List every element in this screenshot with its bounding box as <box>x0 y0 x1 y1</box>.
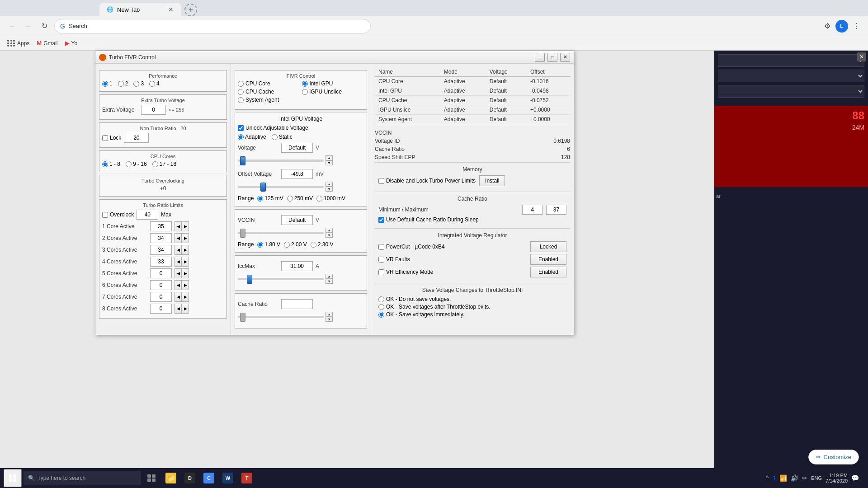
ratio-left-7[interactable]: ◀ <box>175 304 182 314</box>
ratio-right-0[interactable]: ▶ <box>182 221 189 231</box>
use-default-cache-input[interactable] <box>378 217 384 223</box>
powercut-input[interactable] <box>378 244 384 250</box>
extra-voltage-input[interactable] <box>141 105 166 115</box>
ratio-right-3[interactable]: ▶ <box>182 257 189 267</box>
offset-slider-thumb[interactable] <box>260 183 266 192</box>
vccin-arrow-down[interactable]: ▼ <box>326 233 333 238</box>
save-after[interactable]: OK - Save voltages after ThrottleStop ex… <box>378 304 566 310</box>
overlay-close-btn[interactable]: ✕ <box>857 52 866 61</box>
cores-radio-17-18[interactable]: 17 - 18 <box>152 161 176 167</box>
static-radio[interactable]: Static <box>272 134 292 140</box>
taskbar-app-d[interactable]: D <box>181 469 199 487</box>
vccin-arrow-up[interactable]: ▲ <box>326 228 333 233</box>
fivr-radio-cpu-cache[interactable]: CPU Cache <box>238 89 300 95</box>
disable-lock-checkbox[interactable]: Disable and Lock Turbo Power Limits <box>378 178 476 184</box>
non-turbo-input[interactable] <box>124 133 149 143</box>
disable-lock-input[interactable] <box>378 178 384 184</box>
range-250mv[interactable]: 250 mV <box>287 195 313 202</box>
tray-pen-icon[interactable]: ✏ <box>802 474 807 482</box>
bg-dropdown-2[interactable] <box>718 70 864 82</box>
taskbar-app-chrome[interactable]: C <box>200 469 218 487</box>
vr-faults-label[interactable]: VR Faults <box>378 256 527 263</box>
ratio-input-1[interactable] <box>150 233 172 243</box>
tray-network-icon[interactable]: 📶 <box>779 474 787 482</box>
ratio-right-1[interactable]: ▶ <box>182 233 189 243</box>
cache-max-input[interactable] <box>546 205 566 215</box>
maximize-btn[interactable]: □ <box>547 53 557 62</box>
cache-ratio-arrow-up[interactable]: ▲ <box>326 312 333 317</box>
offset-arrow-up[interactable]: ▲ <box>326 182 333 187</box>
lock-checkbox[interactable]: Lock <box>102 135 121 141</box>
back-btn[interactable]: ← <box>5 20 18 33</box>
voltage-arrow-down[interactable]: ▼ <box>326 160 333 165</box>
overclock-checkbox[interactable]: Overclock <box>102 211 134 218</box>
unlock-adjustable-checkbox[interactable]: Unlock Adjustable Voltage <box>238 125 364 131</box>
iccmax-arrow-up[interactable]: ▲ <box>326 274 333 279</box>
vccin-input[interactable] <box>281 215 313 225</box>
ratio-input-4[interactable] <box>150 268 172 278</box>
fivr-radio-intel-gpu[interactable]: Intel GPU <box>302 80 364 87</box>
table-row[interactable]: Intel GPU Adaptive Default -0.0498 <box>375 86 570 96</box>
vr-efficiency-input[interactable] <box>378 269 384 275</box>
ratio-left-3[interactable]: ◀ <box>175 257 182 267</box>
new-tab-btn[interactable]: + <box>184 4 197 16</box>
ratio-input-7[interactable] <box>150 304 172 314</box>
ratio-right-6[interactable]: ▶ <box>182 292 189 302</box>
ratio-left-0[interactable]: ◀ <box>175 221 182 231</box>
table-row[interactable]: System Agent Adaptive Default +0.0000 <box>375 115 570 124</box>
vccin-range-1-80[interactable]: 1.80 V <box>257 241 280 248</box>
extensions-btn[interactable]: ⚙ <box>821 20 834 33</box>
iccmax-input[interactable] <box>281 261 313 271</box>
ratio-left-1[interactable]: ◀ <box>175 233 182 243</box>
ratio-input-0[interactable] <box>150 221 172 231</box>
minimize-btn[interactable]: — <box>535 53 545 62</box>
taskbar-app-5[interactable]: W <box>219 469 237 487</box>
range-1000mv[interactable]: 1000 mV <box>316 195 345 202</box>
powercut-btn[interactable]: Locked <box>530 241 566 252</box>
voltage-input[interactable] <box>281 143 313 153</box>
address-bar[interactable]: G Search <box>54 19 371 33</box>
adaptive-radio[interactable]: Adaptive <box>238 134 266 140</box>
cores-radio-9-16[interactable]: 9 - 16 <box>126 161 147 167</box>
bg-dropdown-1[interactable] <box>718 54 864 67</box>
tray-volume-icon[interactable]: 🔊 <box>791 474 798 482</box>
taskbar-search[interactable]: 🔍 Type here to search <box>24 471 141 485</box>
vr-efficiency-btn[interactable]: Enabled <box>530 267 566 277</box>
ratio-left-6[interactable]: ◀ <box>175 292 182 302</box>
offset-voltage-input[interactable] <box>281 169 313 179</box>
fivr-radio-system-agent[interactable]: System Agent <box>238 97 300 103</box>
save-now[interactable]: OK - Save voltages immediately. <box>378 311 566 318</box>
bookmark-gmail[interactable]: M Gmail <box>37 40 57 47</box>
perf-radio-3[interactable]: 3 <box>133 80 144 87</box>
ratio-right-4[interactable]: ▶ <box>182 268 189 278</box>
forward-btn[interactable]: → <box>22 20 34 33</box>
iccmax-arrow-down[interactable]: ▼ <box>326 279 333 284</box>
vr-faults-input[interactable] <box>378 257 384 263</box>
overclock-value-input[interactable] <box>137 210 158 220</box>
task-view-btn[interactable] <box>143 469 161 487</box>
ratio-input-2[interactable] <box>150 245 172 255</box>
perf-radio-2[interactable]: 2 <box>118 80 128 87</box>
ratio-right-5[interactable]: ▶ <box>182 280 189 290</box>
powercut-label[interactable]: PowerCut - µCode 0xB4 <box>378 244 527 250</box>
lock-checkbox-input[interactable] <box>102 135 108 141</box>
perf-radio-1[interactable]: 1 <box>102 80 113 87</box>
iccmax-slider-thumb[interactable] <box>247 275 252 284</box>
voltage-arrow-up[interactable]: ▲ <box>326 155 333 160</box>
cache-min-input[interactable] <box>522 205 542 215</box>
menu-btn[interactable]: ⋮ <box>850 20 863 33</box>
install-btn[interactable]: Install <box>479 175 505 186</box>
browser-tab[interactable]: 🌐 New Tab ✕ <box>99 3 181 16</box>
bg-dropdown-3[interactable] <box>718 85 864 98</box>
use-default-cache-label[interactable]: Use Default Cache Ratio During Sleep <box>378 216 479 223</box>
ratio-input-5[interactable] <box>150 280 172 290</box>
bookmark-youtube[interactable]: ▶ Yo <box>65 40 78 47</box>
unlock-adjustable-input[interactable] <box>238 125 244 131</box>
profile-avatar[interactable]: L <box>835 20 848 33</box>
offset-arrow-down[interactable]: ▼ <box>326 187 333 192</box>
ratio-right-2[interactable]: ▶ <box>182 245 189 255</box>
ratio-right-7[interactable]: ▶ <box>182 304 189 314</box>
fivr-radio-cpu-core[interactable]: CPU Core <box>238 80 300 87</box>
range-125mv[interactable]: 125 mV <box>257 195 283 202</box>
vccin-range-2-00[interactable]: 2.00 V <box>284 241 307 248</box>
